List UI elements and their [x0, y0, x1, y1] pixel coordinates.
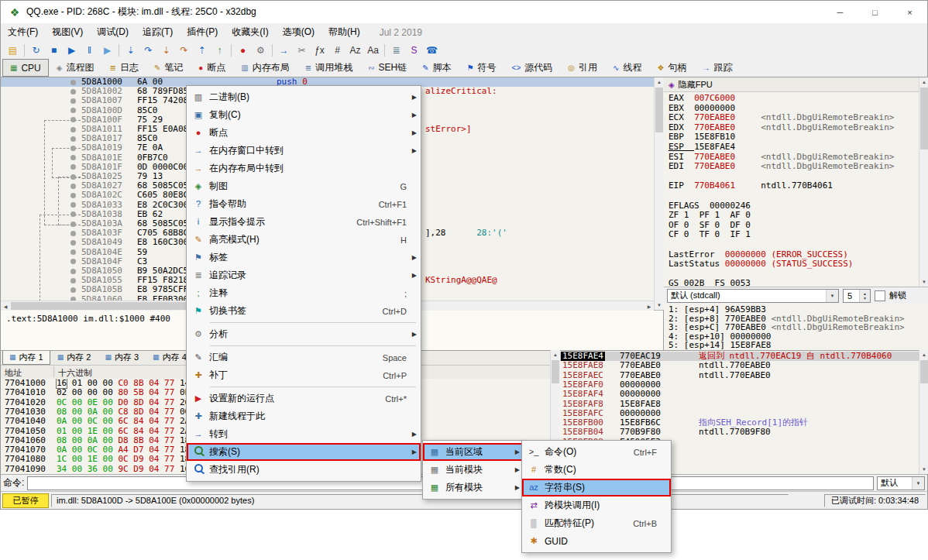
toolbar-button-step-into[interactable]: ⇣: [122, 43, 139, 58]
breakpoint-dot[interactable]: [70, 98, 76, 104]
scroll-up-arrow[interactable]: [551, 350, 560, 359]
unlock-checkbox[interactable]: [875, 290, 885, 301]
breakpoint-dot[interactable]: [70, 155, 76, 160]
toolbar-button-run-to-return[interactable]: ⇡: [193, 43, 211, 58]
toolbar-button-restart[interactable]: ↻: [27, 43, 45, 58]
scroll-up-arrow[interactable]: [919, 350, 928, 359]
arg-count-stepper[interactable]: 5 ▲▼: [843, 289, 871, 303]
stack-row[interactable]: 15E8FAE8770EABE0ntdll.770EABE0: [559, 361, 919, 370]
toolbar-button-phone[interactable]: ☎: [423, 43, 441, 58]
scroll-right-arrow[interactable]: [644, 301, 654, 311]
menubar-item-4[interactable]: 追踪(T): [136, 23, 180, 41]
tab-脚本[interactable]: ✎脚本: [414, 59, 459, 77]
breakpoint-dot[interactable]: [70, 202, 76, 208]
search-type-item-4[interactable]: ⇄跨模块调用(I): [522, 496, 671, 514]
search-type-item-5[interactable]: ▒匹配特征(P)Ctrl+B: [522, 514, 671, 532]
breakpoint-dot[interactable]: [70, 136, 76, 142]
context-menu-item-3[interactable]: ●断点▶: [187, 124, 421, 142]
scroll-up-arrow[interactable]: [919, 77, 928, 87]
menubar-item-5[interactable]: 插件(P): [180, 23, 225, 41]
context-menu-item-9[interactable]: ✎高亮模式(H)H: [187, 231, 421, 249]
breakpoint-dot[interactable]: [70, 80, 76, 85]
register-line[interactable]: CF 0 TF 0 IF 1: [669, 230, 919, 240]
register-line[interactable]: GS 002B FS 0053: [669, 279, 919, 287]
context-menu-item-11[interactable]: ≣追踪记录▶: [187, 266, 421, 284]
breakpoint-dot[interactable]: [70, 287, 76, 293]
breakpoint-dot[interactable]: [70, 240, 76, 246]
maximize-button[interactable]: □: [858, 1, 892, 23]
context-menu-item-10[interactable]: ⚑标签▶: [187, 249, 421, 266]
minimize-button[interactable]: ─: [823, 1, 858, 23]
menubar-item-7[interactable]: 选项(O): [276, 23, 321, 41]
tab-日志[interactable]: ≣日志: [102, 59, 146, 77]
menubar-item-8[interactable]: 帮助(H): [321, 23, 367, 41]
context-menu-item-18[interactable]: ✚补丁Ctrl+P: [187, 366, 421, 384]
menubar-item-3[interactable]: 调试(D): [90, 23, 136, 41]
dump-tab-内存 3[interactable]: ▦内存 3: [98, 350, 146, 365]
toolbar-button-calculator[interactable]: ≣: [387, 43, 405, 58]
stepper-arrows-icon[interactable]: ▲▼: [859, 290, 870, 302]
scroll-up-arrow[interactable]: [655, 77, 664, 87]
search-scope-item-1[interactable]: ▦当前区域▶: [423, 443, 524, 461]
toolbar-button-goto[interactable]: →: [275, 43, 293, 58]
search-type-item-2[interactable]: #常数(C): [522, 461, 671, 479]
tab-符号[interactable]: ⚑符号: [459, 59, 504, 77]
scrollbar-thumb[interactable]: [552, 360, 559, 383]
stack-row[interactable]: 15E8FAEC770EABE0ntdll.770EABE0: [559, 371, 919, 380]
tab-流程图[interactable]: ◈流程图: [49, 59, 102, 77]
close-button[interactable]: ×: [892, 1, 927, 23]
toolbar-button-settings-gear[interactable]: ⚙: [252, 43, 270, 58]
menubar-item-6[interactable]: 收藏夹(I): [225, 23, 275, 41]
scroll-down-arrow[interactable]: [655, 301, 664, 310]
tab-笔记[interactable]: ✎笔记: [146, 59, 191, 77]
context-menu-item-22[interactable]: →转到▶: [187, 425, 421, 443]
breakpoint-dot[interactable]: [70, 174, 76, 180]
context-menu-item-5[interactable]: →在内存布局中转到: [187, 160, 421, 177]
toolbar-button-font[interactable]: Aa: [364, 43, 382, 58]
breakpoint-dot[interactable]: [70, 193, 76, 198]
toolbar-button-run[interactable]: ▶: [63, 43, 81, 58]
tab-内存布局[interactable]: ▥内存布局: [233, 59, 297, 77]
context-menu-item-23[interactable]: 搜索(S)▶: [187, 443, 421, 461]
breakpoint-dot[interactable]: [70, 117, 76, 122]
context-menu-item-6[interactable]: ◈制图G: [187, 177, 421, 195]
scroll-down-arrow[interactable]: [919, 465, 928, 474]
chevron-down-icon[interactable]: ▼: [912, 477, 924, 490]
breakpoint-dot[interactable]: [70, 278, 76, 283]
tab-引用[interactable]: ◎引用: [560, 59, 605, 77]
dump-tab-内存 2[interactable]: ▦内存 2: [50, 350, 98, 365]
tab-CPU[interactable]: ▦CPU: [2, 59, 49, 77]
scrollbar-thumb[interactable]: [655, 88, 663, 132]
breakpoint-dot[interactable]: [70, 146, 76, 151]
context-menu-item-8[interactable]: i显示指令提示Ctrl+Shift+F1: [187, 213, 421, 231]
breakpoint-dot[interactable]: [70, 108, 76, 113]
search-type-item-3[interactable]: az字符串(S): [522, 479, 671, 496]
stack-vscrollbar[interactable]: [919, 350, 928, 474]
toolbar-button-scylla[interactable]: S: [405, 43, 423, 58]
context-menu-item-1[interactable]: ▥二进制(B)▶: [187, 88, 421, 106]
scrollbar-thumb[interactable]: [920, 88, 928, 149]
breakpoint-dot[interactable]: [70, 127, 76, 132]
breakpoint-dot[interactable]: [70, 184, 76, 189]
search-scope-item-3[interactable]: ▦所有模块▶: [423, 479, 524, 496]
tab-线程[interactable]: ∿线程: [605, 59, 649, 77]
toolbar-button-trace-over[interactable]: ↷: [175, 43, 193, 58]
register-line[interactable]: EDI 770EABE0 <ntdll.DbgUiRemoteBreakin>: [669, 162, 919, 172]
toolbar-button-hash[interactable]: #: [328, 43, 346, 58]
register-line[interactable]: LastStatus 00000000 (STATUS_SUCCESS): [669, 259, 919, 270]
menubar-item-2[interactable]: 视图(V): [45, 23, 90, 41]
breakpoint-dot[interactable]: [70, 249, 76, 255]
register-line[interactable]: EIP 770B4061 ntdll.770B4061: [669, 181, 919, 191]
search-scope-item-2[interactable]: ▦当前模块▶: [423, 461, 524, 479]
tab-断点[interactable]: ●断点: [191, 59, 233, 77]
toolbar-button-open-file[interactable]: ▤: [4, 43, 22, 58]
hide-fpu-button[interactable]: 隐藏FPU: [679, 79, 713, 91]
context-menu-item-21[interactable]: ✚新建线程于此: [187, 407, 421, 425]
tab-SEH链[interactable]: ∾SEH链: [360, 59, 414, 77]
context-menu-item-13[interactable]: ⚑切换书签Ctrl+D: [187, 302, 421, 320]
context-menu-item-17[interactable]: ✎汇编Space: [187, 349, 421, 366]
stack-row[interactable]: 15E8FAF400000000: [559, 390, 919, 399]
scrollbar-thumb[interactable]: [920, 360, 928, 383]
breakpoint-dot[interactable]: [70, 164, 76, 170]
breakpoint-dot[interactable]: [70, 259, 76, 264]
